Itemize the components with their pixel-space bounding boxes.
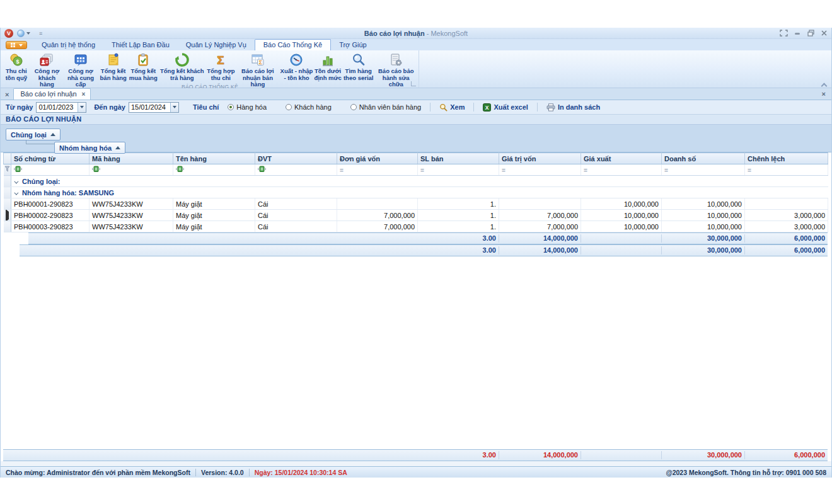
quick-access-overflow-icon[interactable]: ≡: [39, 30, 42, 37]
group-row-nhom-hang-hoa[interactable]: Nhóm hàng hóa: SAMSUNG: [4, 187, 828, 198]
separator: [249, 469, 250, 476]
col-header-dvt[interactable]: ĐVT: [255, 153, 337, 164]
filter-cell-so-chung-tu[interactable]: [11, 164, 90, 176]
document-tab-strip: × Báo cáo lợi nhuận × ×: [1, 88, 831, 100]
sort-ascending-icon[interactable]: [115, 146, 120, 149]
view-button-label: Xem: [450, 103, 465, 111]
group-button-nhom-hang-hoa[interactable]: Nhóm hàng hóa: [54, 142, 125, 154]
grand-total-chenh-lech: 6,000,000: [794, 449, 825, 461]
subtotal-gia-tri-von: 14,000,000: [543, 244, 578, 256]
app-menu-grid-icon: [11, 43, 15, 47]
col-header-don-gia-von[interactable]: Đơn giá vốn: [337, 153, 418, 164]
row-selector-header: [4, 153, 11, 164]
window-controls: [780, 30, 828, 37]
print-list-button[interactable]: In danh sách: [543, 103, 604, 112]
table-row[interactable]: PBH00001-290823 WW75J4233KW Máy giặt Cái…: [4, 198, 828, 210]
filter-cell-don-gia-von[interactable]: =: [337, 164, 418, 176]
to-date-value[interactable]: 15/01/2024: [129, 103, 170, 112]
table-row[interactable]: PBH00003-290823 WW75J4233KW Máy giặt Cái…: [4, 221, 828, 232]
header-row: Số chứng từ Mã hàng Tên hàng ĐVT Đơn giá…: [4, 153, 828, 164]
ribbon-tab-quan-tri-he-thong[interactable]: Quản trị hệ thống: [33, 40, 103, 50]
ribbon-tab-tro-giup[interactable]: Trợ Giúp: [331, 40, 374, 50]
ribbon-collapse-icon[interactable]: [822, 83, 826, 86]
separator: [430, 103, 430, 112]
col-header-ten-hang[interactable]: Tên hàng: [173, 153, 255, 164]
group-row-chung-loai[interactable]: Chủng loại:: [4, 176, 828, 187]
ribbon-group-label-strip: BÁO CÁO THỐNG KÊ: [1, 80, 419, 88]
from-date-input[interactable]: 01/01/2023: [36, 102, 86, 113]
radio-nhan-vien-ban-hang[interactable]: Nhân viên bán hàng: [350, 103, 421, 111]
ribbon-button-tim-hang-theo-serial[interactable]: Tìm hàng theo serial: [342, 52, 375, 81]
filter-cell-gia-xuat[interactable]: =: [581, 164, 662, 176]
minimize-icon[interactable]: [794, 30, 801, 37]
status-version: Version: 4.0.0: [201, 469, 244, 476]
sort-ascending-icon[interactable]: [50, 133, 55, 136]
filter-cell-gia-tri-von[interactable]: =: [499, 164, 581, 176]
print-list-label: In danh sách: [558, 103, 600, 111]
app-menu-button[interactable]: [6, 41, 27, 49]
report-title: BÁO CÁO LỢI NHUẬN: [1, 115, 831, 125]
ribbon-button-ton-duoi-dinh-muc[interactable]: Tồn dưới định mức: [313, 52, 342, 81]
col-header-sl-ban[interactable]: SL bán: [418, 153, 499, 164]
window-title: Báo cáo lợi nhuận - MekongSoft: [1, 30, 831, 37]
close-all-tabs-icon[interactable]: ×: [1, 91, 13, 100]
restore-icon[interactable]: [807, 30, 814, 37]
view-button[interactable]: Xem: [436, 103, 468, 112]
report-table: Số chứng từ Mã hàng Tên hàng ĐVT Đơn giá…: [3, 152, 828, 232]
svg-text:Σ: Σ: [217, 54, 224, 67]
ribbon-button-tong-ket-mua-hang[interactable]: Tổng kết mua hàng: [128, 52, 158, 81]
col-header-doanh-so[interactable]: Doanh số: [662, 153, 745, 164]
warranty-gear-icon: [388, 52, 403, 67]
fullscreen-icon[interactable]: [780, 30, 788, 37]
col-header-gia-xuat[interactable]: Giá xuất: [581, 153, 662, 164]
export-excel-label: Xuất excel: [494, 103, 528, 111]
group-by-panel[interactable]: Chủng loại Nhóm hàng hóa: [1, 125, 831, 152]
dialog-launcher-icon[interactable]: [411, 81, 416, 86]
ribbon-tab-quan-ly-nghiep-vu[interactable]: Quản Lý Nghiệp Vụ: [178, 40, 255, 50]
quick-access-dropdown-icon[interactable]: [26, 32, 30, 35]
ribbon-body: $ Thu chi tồn quỹ Công nợ khách hàng Côn…: [1, 50, 831, 88]
search-serial-icon: [351, 52, 366, 67]
ribbon-tab-thiet-lap-ban-dau[interactable]: Thiết Lập Ban Đầu: [103, 40, 178, 50]
grand-total-gia-tri-von: 14,000,000: [543, 449, 578, 461]
ribbon-button-xuat-nhap-ton-kho[interactable]: Xuất - nhập - tồn kho: [280, 52, 314, 81]
app-logo-icon[interactable]: V: [4, 29, 13, 38]
group-button-chung-loai[interactable]: Chủng loại: [6, 129, 61, 140]
col-header-gia-tri-von[interactable]: Giá trị vốn: [499, 153, 581, 164]
to-date-input[interactable]: 15/01/2024: [129, 102, 179, 113]
status-copyright: @2023 MekongSoft. Thông tin hỗ trợ: 0901…: [666, 469, 826, 476]
tab-close-icon[interactable]: ×: [82, 91, 86, 98]
status-bar: Chào mừng: Administrator đến với phần mề…: [1, 466, 831, 478]
quick-access-sphere-icon[interactable]: [17, 30, 25, 37]
col-header-so-chung-tu[interactable]: Số chứng từ: [11, 153, 90, 164]
ribbon-button-thu-chi-ton-quy[interactable]: $ Thu chi tồn quỹ: [2, 52, 31, 81]
col-header-ma-hang[interactable]: Mã hàng: [90, 153, 173, 164]
filter-cell-doanh-so[interactable]: =: [662, 164, 745, 176]
filter-cell-sl-ban[interactable]: =: [418, 164, 499, 176]
ribbon-button-tong-hop-thu-chi[interactable]: Σ Tổng hợp thu chi: [206, 52, 236, 81]
to-date-dropdown-icon[interactable]: [170, 103, 178, 112]
close-icon[interactable]: [821, 30, 828, 37]
from-date-value[interactable]: 01/01/2023: [37, 103, 78, 112]
filter-cell-ten-hang[interactable]: [173, 164, 255, 176]
ribbon-button-tong-ket-ban-hang[interactable]: Tổng kết bán hàng: [98, 52, 129, 81]
from-date-dropdown-icon[interactable]: [78, 103, 86, 112]
export-excel-button[interactable]: X Xuất excel: [479, 103, 531, 112]
filter-cell-ma-hang[interactable]: [90, 164, 173, 176]
collapse-chevron-icon[interactable]: [14, 190, 18, 195]
doc-tab-bao-cao-loi-nhuan[interactable]: Báo cáo lợi nhuận ×: [13, 88, 91, 100]
ribbon-tab-bao-cao-thong-ke[interactable]: Báo Cáo Thống Kê: [255, 39, 331, 50]
col-header-chenh-lech[interactable]: Chênh lệch: [745, 153, 828, 164]
filter-cell-dvt[interactable]: [255, 164, 337, 176]
subtotal-doanh-so: 30,000,000: [707, 244, 742, 256]
table-row[interactable]: PBH00002-290823 WW75J4233KW Máy giặt Cái…: [4, 210, 828, 221]
subtotal-gia-tri-von: 14,000,000: [543, 232, 578, 244]
radio-khach-hang[interactable]: Khách hàng: [286, 103, 332, 111]
ribbon-button-tong-ket-khach-tra-hang[interactable]: Tổng kết khách trả hàng: [158, 52, 205, 81]
filter-cell-chenh-lech[interactable]: =: [745, 164, 828, 176]
panel-close-icon[interactable]: ×: [818, 90, 830, 99]
collapse-chevron-icon[interactable]: [14, 179, 18, 183]
radio-hang-hoa[interactable]: Hàng hóa: [228, 103, 267, 111]
radio-label: Nhân viên bán hàng: [359, 103, 421, 111]
low-stock-chart-icon: [320, 52, 335, 67]
